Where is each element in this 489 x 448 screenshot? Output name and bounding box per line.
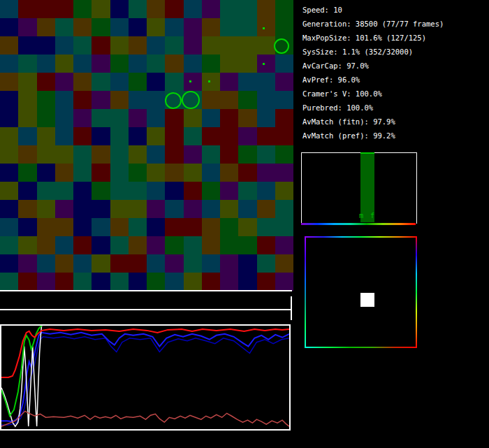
grid-cell [147, 182, 165, 200]
grid-cell [92, 254, 110, 273]
grid-cell [18, 91, 36, 109]
grid-cell [110, 127, 129, 145]
grid-cell [37, 109, 55, 127]
grid-cell [129, 18, 147, 36]
organism-dot [263, 63, 265, 65]
grid-cell [147, 236, 165, 254]
grid-cell [55, 55, 73, 73]
grid-cell [92, 145, 110, 164]
grid-cell [220, 18, 238, 36]
grid-cell [257, 254, 275, 273]
grid-cell [165, 164, 183, 182]
grid-cell [202, 273, 220, 291]
grid-cell [202, 36, 220, 55]
grid-cell [220, 0, 238, 18]
stat-line: Speed: 10 [302, 3, 444, 17]
mf-spectrum-axis [301, 223, 416, 225]
stat-line: AvPref: 96.0% [302, 73, 444, 87]
grid-cell [220, 127, 238, 145]
grid-cell [202, 236, 220, 254]
grid-cell [0, 254, 18, 273]
grid-cell [92, 164, 110, 182]
grid-cell [73, 254, 92, 273]
grid-cell [275, 127, 293, 145]
grid-cell [73, 36, 92, 55]
grid-cell [275, 236, 293, 254]
grid-cell [37, 164, 55, 182]
grid-cell [110, 18, 129, 36]
grid-cell [238, 200, 256, 218]
grid-cell [92, 0, 110, 18]
organism-ring [165, 92, 182, 109]
grid-cell [129, 164, 147, 182]
grid-cell [37, 236, 55, 254]
grid-cell [238, 18, 256, 36]
progress-tick [291, 296, 292, 320]
grid-cell [55, 91, 73, 109]
grid-cell [165, 273, 183, 291]
grid-cell [257, 182, 275, 200]
grid-cell [257, 0, 275, 18]
grid-cell [55, 36, 73, 55]
stat-line: Cramer's V: 100.0% [302, 87, 444, 101]
grid-cell [275, 273, 293, 291]
grid-cell [129, 55, 147, 73]
grid-cell [92, 273, 110, 291]
grid-cell [92, 73, 110, 91]
grid-cell [184, 127, 202, 145]
grid-cell [73, 182, 92, 200]
grid-cell [165, 18, 183, 36]
grid-cell [129, 236, 147, 254]
grid-cell [92, 55, 110, 73]
grid-cell [110, 109, 129, 127]
grid-cell [92, 236, 110, 254]
history-chart-plot [1, 326, 289, 429]
grid-cell [92, 200, 110, 218]
grid-cell [238, 36, 256, 55]
grid-cell [18, 127, 36, 145]
stat-line: SysSize: 1.1% (352/32000) [302, 45, 444, 59]
grid-cell [18, 0, 36, 18]
grid-cell [257, 127, 275, 145]
blue-line-2 [1, 337, 289, 425]
grid-cell [184, 18, 202, 36]
grid-cell [275, 164, 293, 182]
stat-line: AvCarCap: 97.0% [302, 59, 444, 73]
organism-dot [208, 80, 210, 82]
grid-cell [147, 55, 165, 73]
red-line [1, 329, 289, 377]
grid-cell [37, 127, 55, 145]
grid-cell [73, 91, 92, 109]
grid-cell [92, 109, 110, 127]
grid-cell [110, 182, 129, 200]
grid-cell [92, 127, 110, 145]
world-grid[interactable] [0, 0, 293, 291]
grid-cell [147, 254, 165, 273]
grid-cell [275, 182, 293, 200]
grid-cell [238, 109, 256, 127]
grid-cell [73, 127, 92, 145]
grid-cell [147, 36, 165, 55]
grid-cell [165, 36, 183, 55]
grid-cell [257, 36, 275, 55]
grid-cell [37, 273, 55, 291]
mf-label: m f [358, 212, 377, 219]
grid-cell [238, 73, 256, 91]
grid-cell [55, 0, 73, 18]
grid-cell [129, 273, 147, 291]
grid-cell [147, 164, 165, 182]
grid-cell [257, 73, 275, 91]
grid-cell [165, 254, 183, 273]
grid-cell [147, 109, 165, 127]
grid-cell [0, 273, 18, 291]
grid-cell [220, 200, 238, 218]
grid-cell [257, 55, 275, 73]
grid-cell [184, 273, 202, 291]
grid-cell [18, 182, 36, 200]
grid-cell [0, 18, 18, 36]
grid-cell [18, 18, 36, 36]
grid-cell [129, 127, 147, 145]
grid-cell [147, 73, 165, 91]
grid-cell [165, 109, 183, 127]
grid-cell [0, 236, 18, 254]
